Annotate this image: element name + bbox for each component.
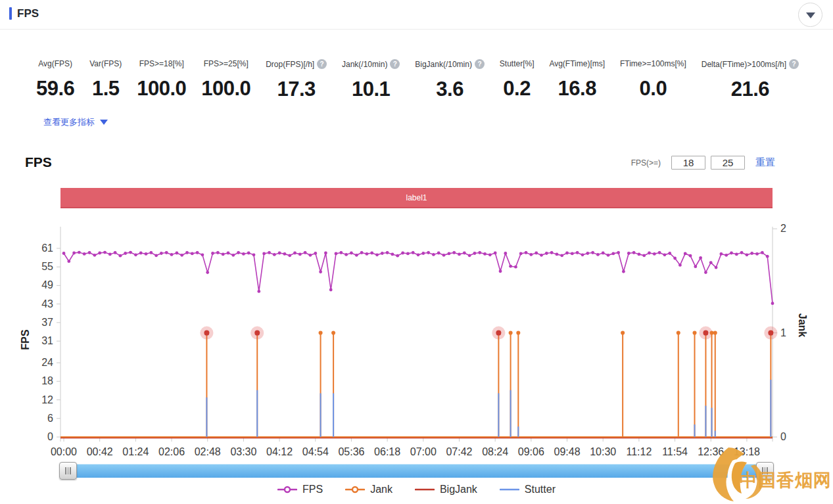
stat-value: 17.3 (277, 78, 315, 101)
svg-text:01:24: 01:24 (122, 446, 149, 457)
legend-stutter-swatch-icon (500, 485, 519, 494)
chart-section-title: FPS (25, 154, 52, 170)
svg-text:03:30: 03:30 (230, 446, 256, 457)
legend-bigjank-swatch-icon (415, 485, 435, 494)
svg-text:05:36: 05:36 (338, 446, 364, 457)
stat-label: Drop(FPS)[/h]? (266, 59, 327, 69)
svg-text:18: 18 (41, 375, 53, 386)
svg-text:0: 0 (780, 431, 786, 442)
help-icon[interactable]: ? (317, 59, 327, 69)
stat-label: Delta(FTime)>100ms[/h]? (702, 59, 799, 69)
stat-label-text: Delta(FTime)>100ms[/h] (702, 60, 786, 69)
svg-text:00:00: 00:00 (51, 446, 77, 457)
svg-text:0: 0 (47, 431, 53, 442)
chart-scrollbar-track[interactable] (60, 464, 773, 478)
scrollbar-left-handle[interactable] (59, 462, 77, 480)
legend-fps-swatch-icon (277, 485, 297, 494)
svg-text:07:42: 07:42 (446, 446, 472, 457)
svg-text:37: 37 (41, 317, 53, 328)
stat-label-text: Stutter[%] (500, 59, 535, 68)
legend-item-jank[interactable]: Jank (345, 484, 393, 495)
fps-chart-plot[interactable]: 06121824313743495561012FPSJank00:0000:42… (0, 217, 833, 461)
svg-text:08:24: 08:24 (482, 446, 508, 457)
legend-jank-swatch-icon (345, 485, 365, 494)
svg-text:09:06: 09:06 (518, 446, 544, 457)
stat-value: 3.6 (436, 78, 464, 101)
stat-label: Jank(/10min)? (342, 59, 400, 69)
svg-text:Jank: Jank (797, 313, 808, 338)
grip-icon (65, 467, 71, 474)
stat-value: 16.8 (558, 77, 596, 101)
svg-text:10:30: 10:30 (590, 446, 616, 457)
svg-text:24: 24 (41, 357, 53, 368)
legend-label: Jank (370, 484, 393, 495)
svg-text:04:54: 04:54 (302, 446, 329, 457)
stat-item: FPS>=18[%]100.0 (137, 59, 186, 101)
stat-label-text: FTime>=100ms[%] (620, 59, 686, 68)
stat-item: Drop(FPS)[/h]?17.3 (266, 59, 327, 101)
stat-value: 100.0 (201, 77, 250, 101)
view-more-metrics-link[interactable]: 查看更多指标 (43, 116, 108, 128)
stat-item: Stutter[%]0.2 (500, 59, 535, 101)
stats-row: Avg(FPS)59.6Var(FPS)1.5FPS>=18[%]100.0FP… (36, 59, 799, 101)
chevron-down-icon (806, 12, 815, 18)
svg-text:12: 12 (41, 394, 53, 405)
svg-text:09:48: 09:48 (554, 446, 580, 457)
svg-text:02:48: 02:48 (195, 446, 221, 457)
legend-item-bigjank[interactable]: BigJank (415, 484, 477, 495)
reset-button[interactable]: 重置 (755, 156, 775, 169)
legend-label: BigJank (440, 484, 477, 495)
stat-label: Stutter[%] (500, 59, 535, 68)
stat-value: 100.0 (137, 77, 186, 101)
svg-text:06:18: 06:18 (374, 446, 400, 457)
header-divider (0, 29, 833, 30)
stat-item: Var(FPS)1.5 (89, 59, 122, 101)
svg-text:FPS: FPS (20, 329, 31, 350)
stat-value: 0.2 (503, 77, 531, 101)
stat-label: BigJank(/10min)? (415, 59, 485, 69)
stat-label-text: Var(FPS) (89, 59, 122, 68)
stat-label-text: Drop(FPS)[/h] (266, 60, 314, 69)
svg-text:04:12: 04:12 (266, 446, 293, 457)
svg-text:6: 6 (47, 413, 53, 424)
svg-text:00:42: 00:42 (87, 446, 113, 457)
stat-item: Avg(FTime)[ms]16.8 (549, 59, 605, 101)
collapse-panel-button[interactable] (798, 3, 822, 27)
svg-text:02:06: 02:06 (158, 446, 185, 457)
stat-label: FPS>=25[%] (204, 59, 249, 68)
triangle-down-icon (100, 120, 108, 125)
annotation-band-label: label1 (406, 193, 427, 202)
legend-item-stutter[interactable]: Stutter (500, 484, 556, 495)
legend-item-fps[interactable]: FPS (277, 484, 323, 495)
page-title: FPS (17, 7, 39, 20)
help-icon[interactable]: ? (390, 59, 400, 69)
stat-label-text: Jank(/10min) (342, 60, 387, 69)
chart-legend: FPSJankBigJankStutter (0, 484, 833, 495)
svg-text:07:00: 07:00 (410, 446, 437, 457)
fps-threshold-controls: FPS(>=) 重置 (631, 156, 775, 170)
stat-label-text: FPS>=25[%] (204, 59, 249, 68)
stat-label-text: FPS>=18[%] (139, 59, 184, 68)
legend-label: Stutter (525, 484, 556, 495)
fps-report-page: FPS Avg(FPS)59.6Var(FPS)1.5FPS>=18[%]100… (0, 0, 833, 504)
svg-text:12:36: 12:36 (698, 446, 724, 457)
svg-text:11:12: 11:12 (626, 446, 652, 457)
help-icon[interactable]: ? (789, 59, 799, 69)
svg-text:1: 1 (780, 327, 786, 338)
stat-item: FPS>=25[%]100.0 (201, 59, 250, 101)
stat-value: 0.0 (640, 77, 667, 101)
stat-label: FPS>=18[%] (139, 59, 184, 68)
svg-text:61: 61 (41, 242, 53, 254)
stat-item: Avg(FPS)59.6 (36, 59, 74, 101)
stat-label: Avg(FTime)[ms] (549, 59, 605, 68)
help-icon[interactable]: ? (475, 59, 485, 69)
fps-threshold-input-1[interactable] (671, 156, 705, 170)
stat-value: 59.6 (36, 77, 74, 101)
fps-threshold-input-2[interactable] (711, 156, 745, 170)
stat-label-text: Avg(FPS) (38, 59, 72, 68)
stat-item: Jank(/10min)?10.1 (342, 59, 400, 101)
stat-value: 1.5 (92, 77, 120, 101)
header-accent-bar (9, 7, 12, 20)
svg-text:49: 49 (41, 279, 53, 290)
svg-text:43: 43 (41, 298, 53, 309)
